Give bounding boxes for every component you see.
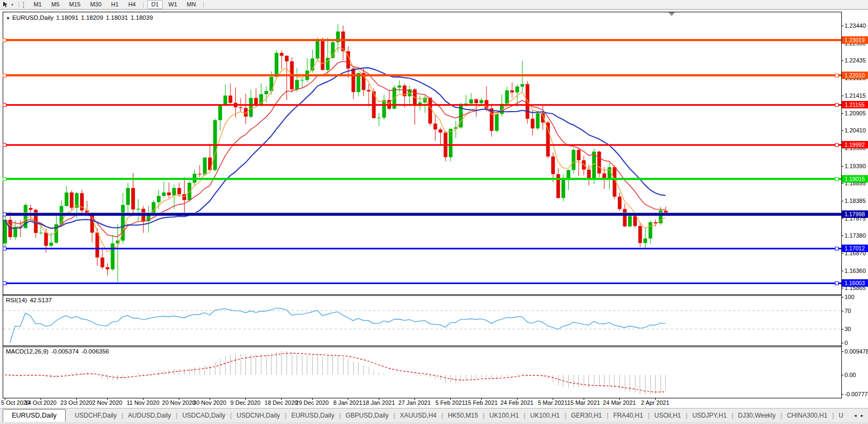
- tab-audusd-daily[interactable]: AUDUSD,Daily: [123, 410, 176, 421]
- tab-china300-h1[interactable]: CHINA300,H1: [782, 410, 832, 421]
- hline-handle[interactable]: [835, 103, 838, 106]
- macd-value: -0.005374: [51, 348, 79, 355]
- candle-body: [598, 152, 601, 174]
- candle-body: [439, 129, 442, 132]
- chart-tabs: EURUSD,DailyUSDCHF,Daily|AUDUSD,Daily|US…: [0, 409, 849, 422]
- hline-handle[interactable]: [835, 247, 838, 250]
- candle-body: [515, 87, 519, 92]
- candle-body: [536, 113, 539, 129]
- date-axis-label: 11 Nov 2020: [126, 399, 160, 406]
- candle-body: [546, 122, 550, 156]
- hline-handle[interactable]: [3, 281, 6, 285]
- hline-handle[interactable]: [3, 247, 6, 250]
- tab-uk100-h1[interactable]: UK100,H1: [484, 410, 523, 421]
- date-axis-label: 5 Mar 2021: [538, 399, 568, 406]
- chart-title: ▼EURUSD,Daily1.180911.182091.180311.1803…: [6, 14, 156, 21]
- hline-handle[interactable]: [835, 281, 838, 285]
- status-strip: [0, 422, 868, 424]
- candle-body: [561, 179, 565, 198]
- date-axis-label: 2 Apr 2021: [641, 399, 669, 406]
- tab-gbpusd-daily[interactable]: GBPUSD,Daily: [341, 410, 394, 421]
- candle-body: [618, 197, 622, 209]
- date-axis-label: 27 Jan 2021: [399, 399, 431, 406]
- tab-usdjpy-h1[interactable]: USDJPY,H1: [688, 410, 731, 421]
- hline-handle[interactable]: [3, 74, 6, 77]
- tab-scroll-right-icon[interactable]: ▸: [861, 413, 863, 418]
- date-axis-label: 8 Jan 2021: [333, 399, 362, 406]
- hline-handle[interactable]: [3, 213, 6, 216]
- candle-body: [275, 53, 278, 77]
- candle-body: [172, 188, 176, 195]
- price-axis-label: 1.22435: [845, 57, 866, 64]
- hline-handle[interactable]: [3, 38, 6, 42]
- price-chart[interactable]: 1.234401.229301.224351.219251.214151.209…: [0, 0, 868, 407]
- axis-price-label: 1.17012: [845, 245, 865, 252]
- price-axis-label: 1.20905: [845, 110, 866, 116]
- tab-uk100-h1[interactable]: UK100,H1: [525, 410, 564, 421]
- hline-handle[interactable]: [835, 143, 838, 146]
- candle-body: [480, 100, 483, 103]
- candle-body: [70, 192, 74, 208]
- candle-body: [126, 188, 130, 205]
- candle-body: [649, 222, 652, 238]
- candle-body: [331, 42, 335, 58]
- tab-usdcad-daily[interactable]: USDCAD,Daily: [178, 410, 230, 421]
- axis-price-label: 1.23019: [845, 37, 865, 43]
- date-axis-label: 24 Mar 2021: [603, 399, 636, 406]
- rsi-axis-label: 30: [845, 326, 851, 332]
- hline-handle[interactable]: [835, 74, 838, 77]
- tab-usoil-h1[interactable]: USOil,H1: [650, 410, 686, 421]
- hline-handle[interactable]: [3, 143, 6, 146]
- tab-xauusd-h4[interactable]: XAUUSD,H4: [395, 410, 442, 421]
- tab-ger30-h1[interactable]: GER30,H1: [566, 410, 607, 421]
- mt4-window: ▼ M1M5M15M30H1H4D1W1MN 1.234401.229301.2…: [0, 0, 868, 424]
- tab-fra40-h1[interactable]: FRA40,H1: [608, 410, 648, 421]
- tab-u[interactable]: U: [834, 410, 848, 421]
- candle-body: [239, 107, 243, 108]
- tab-hk50-m15[interactable]: HK50,M15: [443, 410, 483, 421]
- candle-body: [137, 209, 140, 209]
- candle-body: [367, 90, 371, 92]
- candle-body: [551, 156, 555, 174]
- tab-usdcnh-daily[interactable]: USDCNH,Daily: [232, 410, 284, 421]
- candle-body: [316, 41, 320, 58]
- hline-handle[interactable]: [835, 177, 838, 180]
- candle-body: [95, 233, 99, 258]
- date-axis-label: 9 Dec 2020: [230, 399, 260, 406]
- candle-body: [505, 90, 509, 104]
- candle-body: [265, 91, 268, 95]
- hline-handle[interactable]: [3, 103, 6, 106]
- rsi-axis-label: 0: [845, 340, 848, 346]
- tab-eurusd-daily[interactable]: EURUSD,Daily: [286, 410, 339, 421]
- macd-axis-label: -0.007778: [845, 391, 868, 397]
- candle-body: [643, 239, 647, 243]
- hline-handle[interactable]: [3, 177, 6, 180]
- candle-body: [321, 41, 324, 70]
- date-axis-label: 15 Feb 2021: [465, 399, 498, 406]
- candle-body: [224, 96, 227, 105]
- axis-price-label: 1.22010: [845, 72, 865, 78]
- tab-dj30-weekly[interactable]: DJ30,Weekly: [733, 410, 780, 421]
- price-axis-label: 1.16360: [845, 268, 866, 274]
- candle-body: [285, 56, 289, 61]
- candle-body: [449, 129, 452, 157]
- tab-eurusd-daily[interactable]: EURUSD,Daily: [3, 409, 66, 422]
- candle-body: [44, 233, 48, 246]
- candle-body: [382, 100, 386, 117]
- tab-usdchf-daily[interactable]: USDCHF,Daily: [70, 410, 122, 421]
- candle-body: [131, 188, 135, 209]
- rsi-axis-label: 70: [845, 308, 851, 314]
- candle-body: [269, 77, 273, 91]
- candle-body: [474, 99, 478, 103]
- macd-axis-label: 0.009478: [845, 348, 868, 355]
- candle-body: [638, 226, 642, 243]
- candle-body: [633, 216, 637, 226]
- date-axis-label: 29 Dec 2020: [296, 399, 329, 406]
- tab-scroll-left-icon[interactable]: ◂: [854, 413, 857, 418]
- symbol-dropdown-icon[interactable]: ▼: [6, 16, 10, 21]
- candle-body: [654, 222, 657, 223]
- tab-scroll-arrows: ◂ ▸: [849, 413, 868, 418]
- candle-body: [541, 113, 545, 123]
- price-axis-label: 1.21415: [845, 92, 866, 99]
- date-axis-label: 14 Oct 2020: [25, 399, 57, 406]
